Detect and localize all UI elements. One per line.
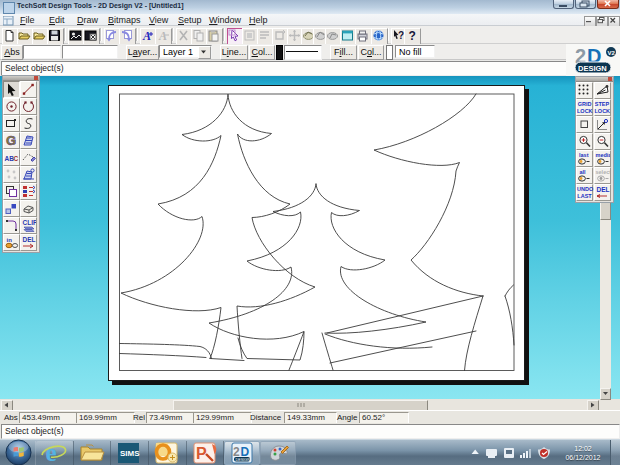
svg-text:all: all bbox=[580, 169, 587, 175]
svg-text:CLIP: CLIP bbox=[23, 219, 37, 226]
svg-text:select: select bbox=[595, 169, 610, 175]
svg-text:G: G bbox=[6, 133, 16, 148]
svg-text:A: A bbox=[142, 29, 151, 42]
svg-text:V2: V2 bbox=[608, 50, 616, 56]
svg-text:P: P bbox=[196, 445, 207, 462]
svg-text:D: D bbox=[241, 445, 250, 459]
svg-text:in: in bbox=[7, 237, 13, 243]
svg-text:DESIGN: DESIGN bbox=[578, 64, 607, 73]
svg-text:DESIGN: DESIGN bbox=[236, 458, 251, 462]
svg-text:C: C bbox=[14, 155, 19, 162]
svg-text:2: 2 bbox=[233, 445, 240, 459]
svg-text:SIMS: SIMS bbox=[120, 449, 140, 458]
svg-text:DEL: DEL bbox=[23, 236, 36, 243]
svg-text:e: e bbox=[46, 441, 57, 465]
svg-text:media: media bbox=[595, 152, 610, 158]
svg-text:last: last bbox=[579, 152, 589, 158]
svg-text:?: ? bbox=[409, 29, 416, 42]
svg-text:DEL: DEL bbox=[596, 186, 609, 193]
